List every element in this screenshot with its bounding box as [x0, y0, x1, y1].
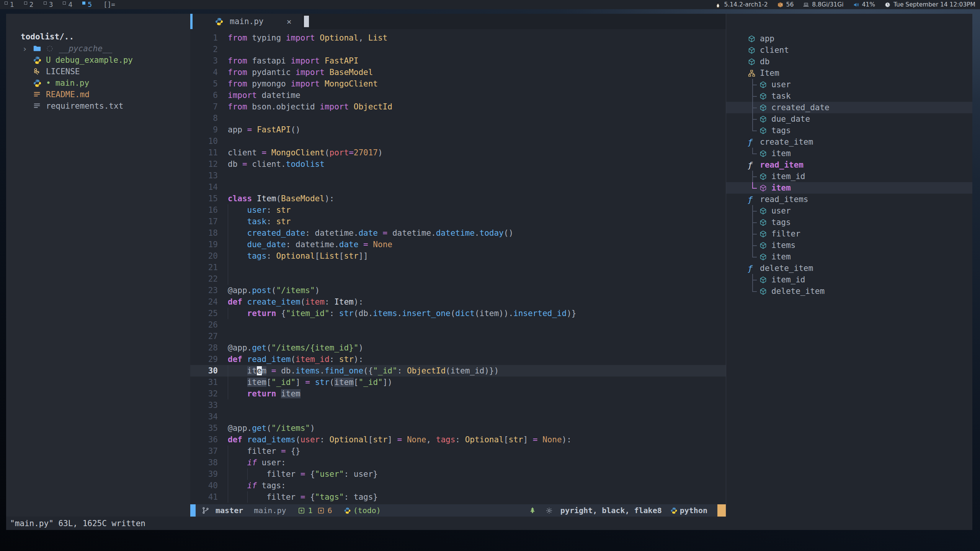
code-line-13[interactable]: 13 — [190, 170, 726, 181]
outline-item-read_items[interactable]: ƒread_items — [726, 194, 972, 205]
outline-item-task[interactable]: task — [726, 90, 972, 102]
code-line-11[interactable]: 11client = MongoClient(port=27017) — [190, 147, 726, 158]
outline-item-tags[interactable]: tags — [726, 125, 972, 136]
tree-item-debug-example-py[interactable]: Udebug_example.py — [6, 54, 190, 66]
code-line-26[interactable]: 26 — [190, 319, 726, 331]
tree-item--pycache-[interactable]: ›__pycache__ — [6, 43, 190, 54]
outline-item-tags[interactable]: tags — [726, 217, 972, 228]
code-line-16[interactable]: 16 user: str — [190, 204, 726, 216]
git-changed-icon — [317, 507, 325, 514]
code-buffer[interactable]: 1from typing import Optional, List23from… — [190, 29, 726, 504]
outline-item-db[interactable]: db — [726, 56, 972, 67]
code-line-17[interactable]: 17 task: str — [190, 216, 726, 227]
outline-item-create_item[interactable]: ƒcreate_item — [726, 136, 972, 148]
code-line-36[interactable]: 36def read_items(user: Optional[str] = N… — [190, 434, 726, 445]
file-tree-root[interactable]: todolist/.. — [6, 31, 190, 43]
code-line-21[interactable]: 21 — [190, 262, 726, 273]
code-line-39[interactable]: 39 filter = {"user": user} — [190, 468, 726, 480]
line-number: 12 — [190, 158, 218, 170]
code-line-7[interactable]: 7from bson.objectid import ObjectId — [190, 101, 726, 112]
code-line-2[interactable]: 2 — [190, 44, 726, 55]
tree-connector — [748, 171, 759, 182]
code-line-32[interactable]: 32 return item — [190, 388, 726, 399]
code-line-3[interactable]: 3from fastapi import FastAPI — [190, 55, 726, 67]
line-number: 3 — [190, 55, 218, 67]
outline-item-user[interactable]: user — [726, 79, 972, 90]
code-line-33[interactable]: 33 — [190, 399, 726, 411]
outline-item-user[interactable]: user — [726, 205, 972, 217]
code-line-22[interactable]: 22 — [190, 273, 726, 285]
line-number: 10 — [190, 135, 218, 147]
outline-item-delete_item[interactable]: ƒdelete_item — [726, 262, 972, 274]
outline-item-delete_item[interactable]: delete_item — [726, 285, 972, 297]
cube-icon — [759, 104, 771, 112]
code-line-29[interactable]: 29def read_item(item_id: str): — [190, 354, 726, 365]
tree-item-main-py[interactable]: •main.py — [6, 77, 190, 89]
code-line-23[interactable]: 23@app.post("/items") — [190, 285, 726, 296]
workspace-button-2[interactable]: 2 — [24, 1, 34, 8]
outline-item-filter[interactable]: filter — [726, 228, 972, 240]
tree-item-name: LICENSE — [46, 67, 80, 76]
file-explorer-panel[interactable]: todolist/.. ›__pycache__Udebug_example.p… — [6, 14, 190, 517]
line-number: 2 — [190, 44, 218, 55]
tree-expand-chevron[interactable]: › — [22, 44, 33, 54]
code-line-20[interactable]: 20 tags: Optional[List[str]] — [190, 250, 726, 262]
outline-item-item[interactable]: item — [726, 251, 972, 262]
tab-main-py[interactable]: main.py × — [193, 14, 302, 29]
outline-item-item[interactable]: item — [726, 148, 972, 159]
outline-item-item[interactable]: item — [726, 182, 972, 194]
code-line-14[interactable]: 14 — [190, 181, 726, 193]
workspace-button-5[interactable]: 5 — [82, 1, 92, 8]
code-line-text: db = client.todolist — [218, 158, 726, 170]
code-line-18[interactable]: 18 created_date: datetime.date = datetim… — [190, 227, 726, 239]
folder-icon — [33, 44, 46, 53]
code-line-37[interactable]: 37 filter = {} — [190, 445, 726, 457]
line-number: 4 — [190, 67, 218, 78]
code-line-40[interactable]: 40 if tags: — [190, 480, 726, 491]
symbols-outline-panel[interactable]: appclientdbItemusertaskcreated_datedue_d… — [726, 14, 972, 517]
outline-item-read_item[interactable]: ƒread_item — [726, 159, 972, 171]
code-line-28[interactable]: 28@app.get("/items/{item_id}") — [190, 342, 726, 354]
code-line-38[interactable]: 38 if user: — [190, 457, 726, 468]
code-line-5[interactable]: 5from pymongo import MongoClient — [190, 78, 726, 90]
workspace-button-4[interactable]: 4 — [63, 1, 72, 8]
outline-item-due_date[interactable]: due_date — [726, 113, 972, 125]
code-line-31[interactable]: 31 item["_id"] = str(item["_id"]) — [190, 377, 726, 388]
code-line-27[interactable]: 27 — [190, 331, 726, 342]
class-icon — [748, 69, 760, 77]
outline-item-created_date[interactable]: created_date — [726, 102, 972, 113]
code-line-4[interactable]: 4from pydantic import BaseModel — [190, 67, 726, 78]
outline-item-item_id[interactable]: item_id — [726, 171, 972, 182]
code-line-1[interactable]: 1from typing import Optional, List — [190, 32, 726, 44]
code-line-10[interactable]: 10 — [190, 135, 726, 147]
code-line-19[interactable]: 19 due_date: datetime.date = None — [190, 239, 726, 250]
code-line-12[interactable]: 12db = client.todolist — [190, 158, 726, 170]
code-line-text — [218, 273, 726, 285]
code-line-6[interactable]: 6import datetime — [190, 90, 726, 101]
tree-item-readme-md[interactable]: README.md — [6, 89, 190, 100]
outline-item-items[interactable]: items — [726, 240, 972, 251]
code-line-9[interactable]: 9app = FastAPI() — [190, 124, 726, 135]
code-line-30[interactable]: 30 item = db.items.find_one({"_id": Obje… — [190, 365, 726, 377]
tree-item-license[interactable]: LICENSE — [6, 66, 190, 77]
outline-item-item_id[interactable]: item_id — [726, 274, 972, 285]
outline-item-client[interactable]: client — [726, 44, 972, 56]
outline-item-Item[interactable]: Item — [726, 67, 972, 79]
code-line-24[interactable]: 24def create_item(item: Item): — [190, 296, 726, 308]
tab-close-button[interactable]: × — [287, 17, 292, 26]
code-line-15[interactable]: 15class Item(BaseModel): — [190, 193, 726, 204]
md-file-icon — [33, 90, 46, 99]
code-line-8[interactable]: 8 — [190, 112, 726, 124]
outline-item-app[interactable]: app — [726, 33, 972, 44]
tree-item-requirements-txt[interactable]: requirements.txt — [6, 100, 190, 112]
indent-guide — [247, 491, 248, 503]
code-line-35[interactable]: 35@app.get("/items") — [190, 422, 726, 434]
statusline-filename: main.py — [254, 506, 286, 515]
tree-connector — [748, 90, 759, 102]
workspace-button-1[interactable]: 1 — [5, 1, 14, 8]
workspace-button-3[interactable]: 3 — [44, 1, 53, 8]
cube-icon — [759, 150, 771, 158]
code-line-34[interactable]: 34 — [190, 411, 726, 422]
code-line-41[interactable]: 41 filter = {"tags": tags} — [190, 491, 726, 503]
code-line-25[interactable]: 25 return {"item_id": str(db.items.inser… — [190, 308, 726, 319]
